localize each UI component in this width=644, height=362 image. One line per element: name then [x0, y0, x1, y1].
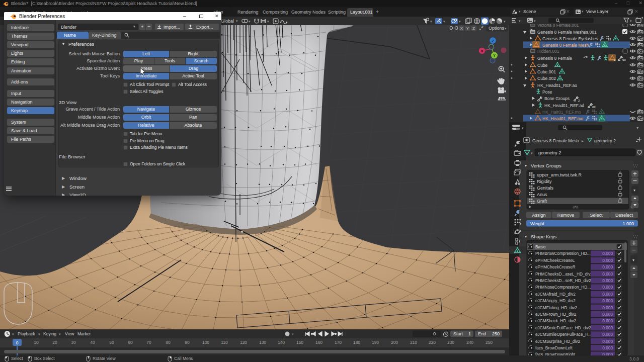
svg-text:Playback: Playback: [18, 331, 35, 336]
svg-text:▾: ▾: [430, 20, 432, 23]
svg-text:eJCMSmileFullFace_HD_div2: eJCMSmileFullFace_HD_div2: [535, 325, 591, 330]
svg-text:▾: ▾: [443, 20, 445, 23]
svg-text:20: 20: [52, 340, 57, 345]
svg-text:Options: Options: [489, 26, 505, 31]
svg-text:Shape Keys: Shape Keys: [531, 234, 556, 239]
svg-text:X: X: [460, 26, 463, 31]
svg-text:150: 150: [296, 340, 303, 345]
svg-text:180: 180: [353, 340, 360, 345]
svg-text:Genesis 8 Female: Genesis 8 Female: [537, 56, 572, 61]
svg-text:▾: ▾: [292, 332, 294, 336]
svg-text:230: 230: [447, 340, 454, 345]
svg-text:▾: ▾: [249, 20, 251, 23]
svg-text:HK_Head01_REF.mo: HK_Head01_REF.mo: [542, 116, 584, 121]
svg-text:Keying: Keying: [43, 331, 56, 336]
svg-text:upper_arm.twist.twk.R: upper_arm.twist.twk.R: [537, 172, 582, 177]
svg-text:0.000: 0.000: [602, 258, 613, 263]
svg-text:250: 250: [492, 331, 500, 336]
svg-text:▾: ▾: [267, 20, 269, 23]
svg-text:▾: ▾: [534, 19, 536, 23]
svg-text:1.000: 1.000: [622, 221, 634, 226]
svg-text:0: 0: [433, 331, 436, 336]
svg-text:50: 50: [109, 340, 114, 345]
svg-text:Hidden.001: Hidden.001: [537, 49, 559, 54]
svg-text:Box Select: Box Select: [34, 356, 55, 361]
svg-text:Genesis 8 Female Mesh: Genesis 8 Female Mesh: [542, 43, 589, 48]
svg-text:Start: Start: [453, 331, 463, 336]
svg-text:geometry-2: geometry-2: [594, 138, 616, 143]
svg-text:End: End: [478, 331, 486, 336]
svg-text:0.000: 0.000: [602, 272, 613, 277]
svg-text:▾: ▾: [632, 258, 634, 262]
svg-text:Select: Select: [590, 213, 603, 218]
svg-text:▾: ▾: [38, 332, 40, 336]
svg-text:0.000: 0.000: [602, 325, 613, 330]
svg-text:10: 10: [34, 340, 39, 345]
svg-text:PHMBrowCompression_HD...: PHMBrowCompression_HD...: [535, 251, 591, 256]
svg-text:Assign: Assign: [532, 213, 545, 218]
svg-text:▾: ▾: [531, 151, 533, 155]
svg-text:facs_BrowDownRight: facs_BrowDownRight: [535, 352, 576, 355]
svg-text:250: 250: [486, 340, 493, 345]
svg-text:0.000: 0.000: [602, 312, 613, 317]
svg-text:0.000: 0.000: [602, 264, 613, 269]
svg-text:220: 220: [429, 340, 436, 345]
svg-text:0.000: 0.000: [602, 278, 613, 283]
svg-text:eJCMSmileOpenFullFace_H...: eJCMSmileOpenFullFace_H...: [535, 332, 592, 337]
svg-text:▾: ▾: [636, 126, 638, 130]
svg-text:Z: Z: [472, 26, 475, 31]
svg-text:▾: ▾: [59, 332, 61, 336]
svg-text:▾: ▾: [519, 19, 521, 23]
svg-text:0.000: 0.000: [602, 305, 613, 310]
svg-text:Y: Y: [493, 53, 496, 58]
svg-text:▸: ▸: [582, 139, 584, 143]
svg-text:▾: ▾: [459, 20, 461, 23]
svg-text:110: 110: [221, 340, 228, 345]
svg-text:0.000: 0.000: [602, 285, 613, 290]
svg-text:60: 60: [128, 340, 133, 345]
svg-text:HK_Head01_REF.ad: HK_Head01_REF.ad: [544, 103, 584, 108]
svg-text:0.000: 0.000: [602, 339, 613, 344]
svg-text:Anus: Anus: [537, 192, 547, 197]
svg-text:1: 1: [468, 331, 471, 336]
svg-text:Deselect: Deselect: [615, 213, 633, 218]
svg-text:90: 90: [185, 340, 190, 345]
svg-text:100: 100: [202, 340, 209, 345]
svg-text:Graft: Graft: [537, 199, 547, 204]
svg-text:Call Menu: Call Menu: [174, 356, 194, 361]
svg-text:PHMCheeksD...seR_HD_div2: PHMCheeksD...seR_HD_div2: [535, 278, 591, 283]
svg-text:Genesis 8 Female Mesh: Genesis 8 Female Mesh: [532, 138, 579, 143]
svg-text:140: 140: [278, 340, 285, 345]
svg-text:3.0.0: 3.0.0: [629, 356, 639, 361]
svg-text:Vertex Groups: Vertex Groups: [531, 163, 561, 168]
svg-text:240: 240: [466, 340, 473, 345]
svg-text:200: 200: [391, 340, 398, 345]
svg-text:Cube: Cube: [537, 63, 548, 68]
svg-text:170: 170: [335, 340, 342, 345]
svg-text:eJCMAngry_HD_div2: eJCMAngry_HD_div2: [535, 298, 576, 303]
svg-text:0: 0: [16, 340, 19, 345]
svg-text:30: 30: [71, 340, 76, 345]
svg-text:Cube.002: Cube.002: [537, 76, 556, 81]
svg-text:▾: ▾: [630, 19, 632, 23]
svg-text:120: 120: [240, 340, 247, 345]
svg-text:ePHMCheekCreaseL: ePHMCheekCreaseL: [535, 258, 575, 263]
svg-text:130: 130: [259, 340, 266, 345]
svg-text:▾: ▾: [525, 234, 527, 239]
svg-text:▾: ▾: [522, 126, 524, 130]
svg-text:geometry-2: geometry-2: [538, 150, 561, 155]
svg-text:80: 80: [166, 340, 171, 345]
svg-text:0.000: 0.000: [602, 298, 613, 303]
svg-text:Select: Select: [11, 356, 23, 361]
svg-text:Bone Groups: Bone Groups: [544, 96, 570, 101]
svg-text:▾: ▾: [504, 20, 506, 23]
svg-text:Basic: Basic: [535, 244, 545, 249]
svg-text:▾: ▾: [525, 163, 527, 168]
svg-text:eJCMFrown_HD_div2: eJCMFrown_HD_div2: [535, 312, 577, 317]
svg-text:HK_Hair01_REF.mo: HK_Hair01_REF.mo: [542, 110, 581, 115]
svg-text:facs_BrowDownLeft: facs_BrowDownLeft: [535, 345, 573, 350]
svg-text:▾: ▾: [633, 188, 635, 193]
svg-text:Z: Z: [492, 39, 494, 43]
svg-text:eJCMSurprise_HD_div2: eJCMSurprise_HD_div2: [535, 339, 580, 344]
svg-text:0.000: 0.000: [602, 345, 613, 350]
